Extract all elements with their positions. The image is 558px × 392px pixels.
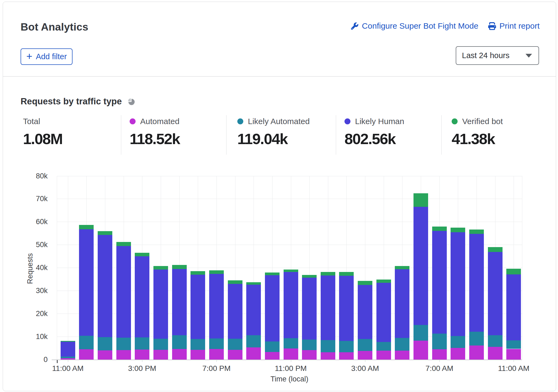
time-range-select[interactable]: Last 24 hours <box>456 46 539 65</box>
bar-3-00-am-automated[interactable] <box>358 351 372 360</box>
bar-2-00-am-automated[interactable] <box>339 352 354 360</box>
bar-11-00-am-likely-automated[interactable] <box>506 340 521 349</box>
bar-4-00-am-likely-human[interactable] <box>376 283 391 342</box>
bar-1-00-am-likely-human[interactable] <box>321 275 335 340</box>
add-filter-button[interactable]: + Add filter <box>21 48 73 65</box>
bar-1-00-am-automated[interactable] <box>321 352 335 360</box>
bar-3-00-am-likely-automated[interactable] <box>358 339 372 351</box>
bar-8-00-am-automated[interactable] <box>451 348 465 360</box>
bar-7-00-pm-automated[interactable] <box>209 349 224 360</box>
bar-7-00-am-likely-automated[interactable] <box>432 334 447 349</box>
bar-11-00-pm-likely-human[interactable] <box>284 272 298 338</box>
bar-8-00-am-verified-bot[interactable] <box>451 228 465 232</box>
bar-6-00-pm-verified-bot[interactable] <box>191 271 205 275</box>
bar-3-00-pm-automated[interactable] <box>135 350 149 360</box>
bar-4-00-pm-automated[interactable] <box>153 350 168 360</box>
bar-10-00-pm-likely-human[interactable] <box>265 275 280 341</box>
bar-10-00-am-likely-human[interactable] <box>488 252 503 335</box>
bar-10-00-am-likely-automated[interactable] <box>488 335 503 347</box>
bar-7-00-am-verified-bot[interactable] <box>432 227 447 231</box>
bar-5-00-am-verified-bot[interactable] <box>395 266 409 269</box>
bar-2-00-pm-likely-automated[interactable] <box>116 338 131 350</box>
bar-2-00-am-likely-human[interactable] <box>339 276 354 341</box>
bar-9-00-pm-automated[interactable] <box>246 347 261 360</box>
bar-11-00-pm-likely-automated[interactable] <box>284 338 298 349</box>
bar-12-00-pm-verified-bot[interactable] <box>79 225 94 230</box>
bar-1-00-am-likely-automated[interactable] <box>321 340 335 352</box>
bar-12-00-pm-likely-human[interactable] <box>79 229 94 335</box>
bar-5-00-pm-likely-human[interactable] <box>172 269 187 335</box>
bar-10-00-pm-likely-automated[interactable] <box>265 341 280 352</box>
bar-9-00-am-automated[interactable] <box>469 346 484 360</box>
bar-12-00-am-automated[interactable] <box>302 350 317 360</box>
bar-8-00-pm-automated[interactable] <box>228 350 242 360</box>
bar-12-00-pm-likely-automated[interactable] <box>79 336 94 349</box>
bar-6-00-pm-automated[interactable] <box>191 350 205 360</box>
bar-2-00-am-verified-bot[interactable] <box>339 272 354 276</box>
print-report-link[interactable]: Print report <box>488 21 540 31</box>
bar-11-00-am-automated[interactable] <box>506 349 521 360</box>
bar-8-00-pm-verified-bot[interactable] <box>228 280 242 284</box>
bar-10-00-pm-verified-bot[interactable] <box>265 273 280 275</box>
bar-2-00-pm-automated[interactable] <box>116 350 131 360</box>
bar-5-00-am-likely-automated[interactable] <box>395 338 409 351</box>
bar-10-00-pm-automated[interactable] <box>265 352 280 360</box>
bar-6-00-am-automated[interactable] <box>413 341 428 360</box>
bar-1-00-am-verified-bot[interactable] <box>321 272 335 275</box>
bar-9-00-am-likely-human[interactable] <box>469 234 484 332</box>
bar-7-00-pm-likely-automated[interactable] <box>209 338 224 349</box>
configure-super-bot-fight-mode-link[interactable]: Configure Super Bot Fight Mode <box>351 21 478 31</box>
bar-11-00-am-verified-bot[interactable] <box>61 341 75 342</box>
bar-11-00-am-likely-human[interactable] <box>61 342 75 357</box>
bar-4-00-pm-likely-automated[interactable] <box>153 339 168 350</box>
bar-5-00-pm-likely-automated[interactable] <box>172 335 187 349</box>
bar-5-00-am-automated[interactable] <box>395 351 409 360</box>
bar-2-00-pm-likely-human[interactable] <box>116 246 131 337</box>
bar-9-00-am-likely-automated[interactable] <box>469 332 484 346</box>
bar-1-00-pm-likely-automated[interactable] <box>98 337 112 350</box>
bar-1-00-pm-automated[interactable] <box>98 350 112 360</box>
bar-3-00-pm-likely-human[interactable] <box>135 256 149 337</box>
bar-3-00-pm-verified-bot[interactable] <box>135 253 149 256</box>
bar-3-00-pm-likely-automated[interactable] <box>135 337 149 350</box>
bar-3-00-am-verified-bot[interactable] <box>358 281 372 285</box>
bar-5-00-pm-automated[interactable] <box>172 349 187 360</box>
bar-11-00-am-likely-automated[interactable] <box>61 357 75 358</box>
bar-3-00-am-likely-human[interactable] <box>358 285 372 339</box>
bar-10-00-am-verified-bot[interactable] <box>488 247 503 252</box>
bar-4-00-am-verified-bot[interactable] <box>376 280 391 283</box>
bar-10-00-am-automated[interactable] <box>488 347 503 360</box>
bar-8-00-pm-likely-human[interactable] <box>228 284 242 339</box>
bar-7-00-pm-likely-human[interactable] <box>209 274 224 338</box>
bar-8-00-am-likely-automated[interactable] <box>451 336 465 348</box>
bar-7-00-am-likely-human[interactable] <box>432 231 447 334</box>
bar-4-00-am-automated[interactable] <box>376 351 391 360</box>
bar-11-00-pm-verified-bot[interactable] <box>284 270 298 272</box>
bar-7-00-pm-verified-bot[interactable] <box>209 270 224 274</box>
bar-11-00-am-likely-human[interactable] <box>506 274 521 340</box>
bar-11-00-am-verified-bot[interactable] <box>506 269 521 274</box>
bar-6-00-am-likely-automated[interactable] <box>413 325 428 341</box>
bar-2-00-am-likely-automated[interactable] <box>339 341 354 352</box>
bar-4-00-pm-verified-bot[interactable] <box>153 266 168 270</box>
bar-7-00-am-automated[interactable] <box>432 349 447 360</box>
bar-11-00-pm-automated[interactable] <box>284 348 298 360</box>
bar-1-00-pm-likely-human[interactable] <box>98 235 112 337</box>
bar-12-00-pm-automated[interactable] <box>79 349 94 360</box>
bar-5-00-pm-verified-bot[interactable] <box>172 265 187 269</box>
bar-2-00-pm-verified-bot[interactable] <box>116 242 131 246</box>
bar-4-00-am-likely-automated[interactable] <box>376 342 391 350</box>
bar-1-00-pm-verified-bot[interactable] <box>98 231 112 235</box>
bar-8-00-am-likely-human[interactable] <box>451 232 465 336</box>
bar-8-00-pm-likely-automated[interactable] <box>228 339 242 350</box>
bar-4-00-pm-likely-human[interactable] <box>153 270 168 339</box>
bar-9-00-pm-likely-human[interactable] <box>246 285 261 335</box>
bar-6-00-pm-likely-automated[interactable] <box>191 339 205 350</box>
bar-12-00-am-likely-human[interactable] <box>302 278 317 340</box>
bar-9-00-am-verified-bot[interactable] <box>469 230 484 234</box>
bar-9-00-pm-verified-bot[interactable] <box>246 282 261 285</box>
bar-5-00-am-likely-human[interactable] <box>395 269 409 338</box>
bar-6-00-am-verified-bot[interactable] <box>413 193 428 207</box>
bar-6-00-pm-likely-human[interactable] <box>191 275 205 339</box>
bar-9-00-pm-likely-automated[interactable] <box>246 335 261 347</box>
